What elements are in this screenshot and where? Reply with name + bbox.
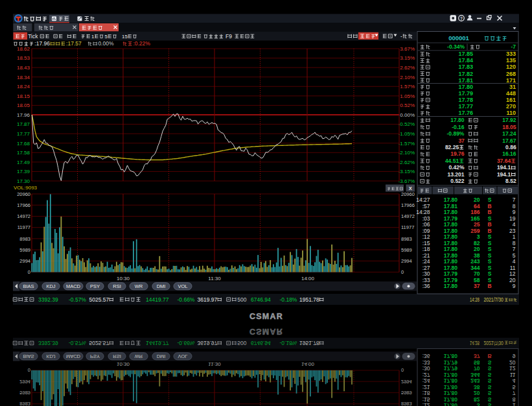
- svg-text:CSMAR: CSMAR: [249, 327, 283, 336]
- svg-text:CSMAR: CSMAR: [249, 312, 283, 321]
